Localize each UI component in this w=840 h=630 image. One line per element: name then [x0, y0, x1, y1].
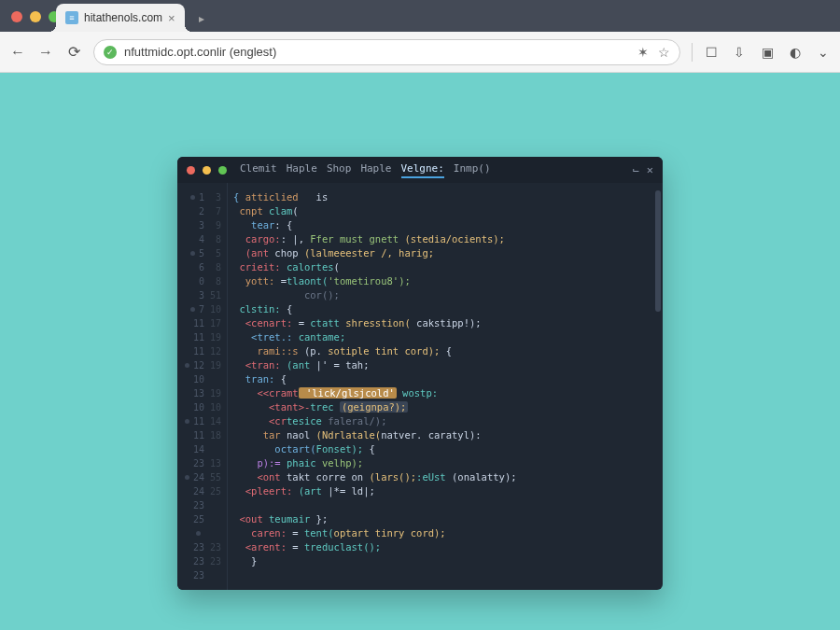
line-gutter-secondary: 3798588511017191219191014181355252323 [208, 183, 228, 590]
code-area[interactable]: { atticlied is cnpt clam( tear: { cargo:… [228, 183, 663, 590]
editor-close-icon[interactable] [187, 166, 195, 175]
close-icon[interactable]: ✕ [647, 163, 653, 176]
code-line[interactable]: } [233, 554, 657, 568]
code-line[interactable] [233, 498, 657, 512]
popout-icon[interactable]: ⌙ [633, 163, 639, 176]
code-line[interactable]: (ant chop (lalmeeester /, harig; [233, 246, 657, 260]
code-line[interactable]: p):= phaic velhp); [233, 456, 657, 470]
editor-body: 1234560371111111210131011111423242423252… [177, 183, 663, 590]
tab-strip: ≡ hitathenols.com × ▸ [56, 0, 209, 32]
scrollbar-thumb[interactable] [655, 190, 661, 312]
code-line[interactable]: <pleert: (art |*= ld|; [233, 484, 657, 498]
code-line[interactable]: crieit: calortes( [233, 260, 657, 274]
editor-window-controls: ⌙ ✕ [633, 163, 653, 176]
briefcase-icon[interactable]: ▣ [760, 45, 775, 60]
new-tab-button[interactable]: ▸ [194, 11, 209, 26]
mic-icon[interactable]: ⌄ [816, 45, 831, 60]
editor-minimize-icon[interactable] [203, 166, 211, 175]
code-line[interactable]: caren: = tent(optart tinry cord); [233, 526, 657, 540]
editor-titlebar: Clemit Haple Shop Haple Velgne: Inmp() ⌙… [177, 157, 663, 183]
code-line[interactable]: cnpt clam( [233, 204, 657, 218]
scrollbar[interactable] [655, 190, 661, 582]
reload-button[interactable]: ⟳ [65, 44, 82, 61]
favicon-icon: ≡ [65, 11, 78, 24]
menu-item-active[interactable]: Velgne: [401, 162, 444, 178]
url-text: nfuttmidc.opt.conlir (englest) [124, 45, 276, 59]
browser-toolbar: ← → ⟳ ✓ nfuttmidc.opt.conlir (englest) ✶… [0, 32, 840, 73]
close-tab-icon[interactable]: × [168, 12, 175, 24]
divider [692, 43, 693, 62]
toolbar-extensions: ☐ ⇩ ▣ ◐ ⌄ [704, 45, 831, 60]
window-traffic-lights [11, 11, 60, 22]
code-line[interactable]: octart(Fonset); { [233, 442, 657, 456]
browser-tab[interactable]: ≡ hitathenols.com × [56, 4, 185, 32]
code-line[interactable]: <crtesice faleral/); [233, 414, 657, 428]
editor-menu: Clemit Haple Shop Haple Velgne: Inmp() [240, 162, 491, 178]
code-line[interactable]: <cenart: = ctatt shresstion( cakstipp!); [233, 316, 657, 330]
code-line[interactable]: tar naol (Ndrlatale(natver. caratyl): [233, 428, 657, 442]
code-line[interactable]: <ont takt corre on (lars();:eUst (onalat… [233, 470, 657, 484]
menu-item[interactable]: Inmp() [454, 162, 491, 178]
code-line[interactable]: tran: { [233, 372, 657, 386]
code-line[interactable]: <arent: = treduclast(); [233, 540, 657, 554]
back-button[interactable]: ← [9, 44, 26, 61]
code-line[interactable]: <tret.: cantame; [233, 330, 657, 344]
code-line[interactable]: yott: =tlaont('tometirou8'); [233, 274, 657, 288]
code-line[interactable]: <tant>-trec (geignpa?); [233, 400, 657, 414]
code-line[interactable]: { atticlied is [233, 190, 657, 204]
editor-maximize-icon[interactable] [218, 166, 227, 175]
circle-icon[interactable]: ◐ [788, 45, 803, 60]
menu-item[interactable]: Shop [327, 162, 352, 178]
code-editor-window: Clemit Haple Shop Haple Velgne: Inmp() ⌙… [177, 157, 663, 590]
line-gutter-primary: 1234560371111111210131011111423242423252… [177, 183, 208, 590]
minimize-window-icon[interactable] [30, 11, 41, 22]
code-line[interactable]: <out teumair }; [233, 512, 657, 526]
code-line[interactable]: clstin: { [233, 302, 657, 316]
menu-item[interactable]: Haple [360, 162, 391, 178]
address-bar[interactable]: ✓ nfuttmidc.opt.conlir (englest) ✶ ☆ [93, 39, 680, 65]
code-line[interactable]: cargo:: |, Ffer must gnett (stedia/ocien… [233, 232, 657, 246]
tab-title: hitathenols.com [84, 11, 162, 24]
menu-item[interactable]: Haple [287, 162, 317, 178]
code-line[interactable]: cor(); [233, 288, 657, 302]
page-content: Clemit Haple Shop Haple Velgne: Inmp() ⌙… [0, 73, 840, 630]
bookmark-icon[interactable]: ☆ [658, 45, 670, 60]
close-window-icon[interactable] [11, 11, 22, 22]
translate-icon[interactable]: ✶ [637, 45, 649, 60]
browser-chrome: ≡ hitathenols.com × ▸ ← → ⟳ ✓ nfuttmidc.… [0, 0, 840, 73]
menu-item[interactable]: Clemit [240, 162, 277, 178]
code-line[interactable]: rami::s (p. sotiple tint cord); { [233, 344, 657, 358]
secure-icon: ✓ [104, 46, 117, 59]
code-line[interactable]: <<cramt 'lick/glsjcold' wostp: [233, 386, 657, 400]
download-icon[interactable]: ⇩ [732, 45, 747, 60]
code-line[interactable]: tear: { [233, 218, 657, 232]
forward-button[interactable]: → [37, 44, 54, 61]
editor-traffic-lights [187, 166, 227, 175]
code-line[interactable]: <tran: (ant |' = tah; [233, 358, 657, 372]
user-icon[interactable]: ☐ [704, 45, 719, 60]
